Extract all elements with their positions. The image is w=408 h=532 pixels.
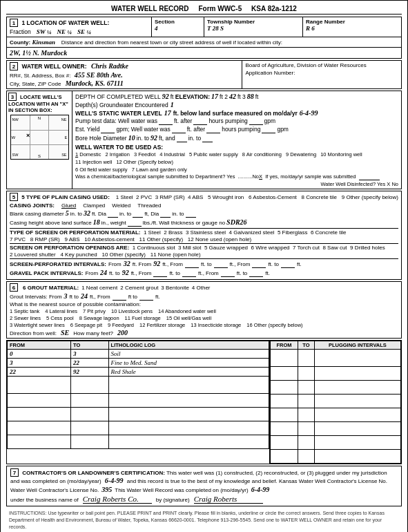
other-specify: 9 Other (specify below): [342, 194, 398, 200]
opening-1: 1 Continuous slot: [133, 245, 175, 251]
rr-label: RR#, St. Address, Box #:: [10, 73, 70, 79]
grout-type-4: 4 Other: [192, 285, 211, 291]
section7-header: CONTRACTOR'S OR LANDOWNER'S CERTIFICATIO…: [22, 470, 165, 476]
screen-type-7: 7 PVC: [10, 236, 26, 243]
screen-to1: 92: [153, 260, 160, 267]
gauge-value: SDR26: [226, 218, 246, 226]
joint-clamped: Clamped: [83, 202, 105, 209]
screen-type-8: 8 RMP (SR): [30, 236, 60, 243]
plug-row-8: [271, 450, 401, 464]
section3-header: LOCATE WELL'S LOCATION WITH AN "X" IN SE…: [8, 94, 68, 113]
asbestos-cement: 6 Asbestos-Cement: [249, 194, 297, 200]
gravel-to1: 92: [122, 269, 129, 276]
plug-from-5: [271, 408, 298, 422]
water-well-record-page: WATER WELL RECORD Form WWC-5 KSA 82a-121…: [0, 0, 408, 532]
plugging-table: FROM TO PLUGGING INTERVALS: [270, 341, 401, 464]
casing-type-1: 1 Steel: [116, 194, 133, 200]
cont-16: 16 Other (specify below): [246, 322, 302, 328]
pump-test-text: Pump test data: Well water was: [75, 117, 157, 124]
plug-row-2: [271, 367, 401, 381]
screen-type-1: 1 Steel: [144, 229, 161, 236]
hours-pumping-text: hours pumping: [208, 117, 247, 124]
plug-from-7: [271, 436, 298, 450]
joint-threaded: Threaded: [137, 202, 161, 209]
litho-desc-3: Red Shale: [108, 368, 269, 377]
bore-hole-unit: in. to: [137, 135, 149, 142]
litho-from-8: [8, 435, 71, 449]
blank-casing-unit: in. to: [70, 211, 82, 217]
grout-to: 24: [81, 292, 88, 300]
plug-desc-4: [314, 395, 400, 408]
litho-from-7: [8, 421, 71, 435]
cont-3: 3 Watertight sewer lines: [10, 322, 65, 328]
cont-1: 1 Septic tank: [10, 308, 39, 314]
ft-after-label2: ft. after: [187, 126, 205, 133]
lbs-label: lbs./ft. Wall thickness or gauge no: [143, 220, 225, 226]
elev-unit3: ft: [255, 93, 259, 100]
section2-header: WATER WELL OWNER:: [21, 63, 86, 70]
litho-desc-6: [108, 408, 269, 421]
opening-7: 7 Torch cut: [293, 245, 320, 251]
bore-hole-ft: 92: [150, 134, 157, 142]
litho-from-4: [8, 377, 71, 394]
bore-hole-value: 10: [128, 134, 135, 142]
static-water-value: 17: [164, 109, 171, 117]
elev-unit2: ft 3: [237, 93, 246, 100]
litho-from-3: 22: [8, 368, 71, 377]
gpm-label3: gpm: [277, 126, 289, 133]
litho-to-3: 92: [70, 368, 108, 377]
litho-to-1: 3: [70, 350, 108, 359]
board-text: Board of Agriculture, Division of Water …: [245, 62, 398, 68]
screen-type-6: 6 Concrete tile: [311, 229, 347, 236]
plug-from-3: [271, 381, 298, 395]
est-yield-label: Est. Yield: [75, 126, 99, 133]
cont-9: 9 Feedyard: [108, 322, 134, 328]
use-4: 4 Industrial: [159, 151, 185, 158]
screen-openings-header: SCREEN OR PERFORATION OPENINGS ARE:: [10, 245, 129, 251]
grout-ft2: ft., From: [90, 294, 110, 300]
static-water-date: 6-4-99: [300, 109, 318, 117]
opening-4: 4 Key punched: [60, 251, 97, 258]
how-many-label: How many feet?: [73, 330, 113, 336]
opening-5: 5 Gauze wrapped: [204, 245, 248, 251]
footer-text: INSTRUCTIONS: Use typewriter or ball poi…: [9, 511, 385, 529]
depth-completed-label: DEPTH OF COMPLETED WELL: [75, 93, 161, 100]
plug-desc-7: [314, 436, 400, 450]
owner-name: Chris Radtke: [91, 62, 128, 70]
cont-6: 6 Seepage pit: [70, 322, 102, 328]
range-value: R 6: [306, 25, 398, 32]
blank-casing-label: Blank casing diameter: [10, 211, 64, 217]
grout-ft1: ft to: [70, 294, 79, 300]
litho-row-1: 0 3 Soil: [8, 350, 269, 359]
use-8: 8 Air conditioning: [242, 151, 282, 158]
screen-type-12: 12 None used (open hole): [188, 236, 252, 243]
litho-desc-1: Soil: [108, 350, 269, 359]
plug-row-7: [271, 436, 401, 450]
screen-type-11: 11 Other (specify): [139, 236, 184, 243]
ksa-number: KSA 82a-1212: [251, 5, 297, 12]
gravel-ft2: ft., From: [131, 270, 152, 276]
plug-to-7: [298, 436, 315, 450]
static-water-unit: ft. below land surface measured on mo/da…: [173, 110, 298, 117]
screen-from-label: From: [108, 261, 122, 267]
township-value: T 28 S: [207, 25, 300, 32]
use-11: 11 Injection well: [75, 159, 112, 165]
joint-glued: Glued: [61, 202, 76, 209]
screen-type-5: 5 Fiberglass: [278, 229, 308, 236]
litho-to-2: 22: [70, 359, 108, 368]
depth-value: 92: [162, 93, 169, 100]
cont-15: 15 Oil well/Gas well: [166, 315, 211, 321]
cert-date: 6-4-99: [105, 477, 124, 484]
litho-from-2: 3: [8, 359, 71, 368]
gravel-intervals-label: GRAVEL PACK INTERVALS:: [10, 270, 83, 276]
business-name: Craig Roberts Co.: [83, 495, 152, 504]
section6-number: 6: [10, 283, 18, 292]
plug-from-1: [271, 350, 298, 367]
app-label: Application Number:: [245, 70, 295, 76]
casing-joints-label: CASING JOINTS:: [10, 202, 55, 209]
grout-type-1: 1 Neat cement: [81, 285, 117, 291]
screen-type-9: 9 ABS: [64, 236, 79, 243]
above-ground-value: 18: [93, 218, 100, 226]
plug-log-header: PLUGGING INTERVALS: [314, 341, 400, 350]
plug-to-5: [298, 408, 315, 422]
